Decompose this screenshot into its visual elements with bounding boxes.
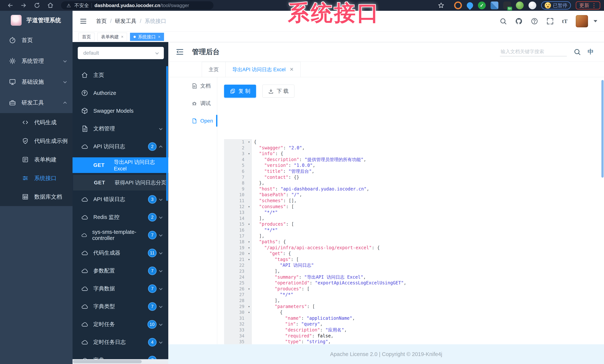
language-switch-icon[interactable]: 中 — [588, 48, 594, 56]
line-number: 25 — [224, 280, 252, 286]
swagger-nav-item-2[interactable]: Swagger Models — [73, 102, 168, 120]
extension-icon-3[interactable]: ✓ — [478, 1, 486, 9]
count-badge: 7 — [148, 266, 157, 275]
sidebar-subitem-4[interactable]: 数据库文档 — [0, 188, 73, 206]
browser-back-icon[interactable] — [7, 2, 13, 9]
swagger-group-2[interactable]: sys-sms-template-controller7 — [73, 226, 168, 244]
browser-menu-dots-icon[interactable]: ⋮ — [591, 2, 597, 9]
swagger-nav-item-3[interactable]: 文档管理 — [73, 120, 168, 138]
browser-reload-icon[interactable] — [34, 2, 40, 9]
swagger-group-4[interactable]: 参数配置7 — [73, 262, 168, 280]
swagger-group-3[interactable]: 代码生成器11 — [73, 244, 168, 262]
extension-icon-2[interactable] — [466, 1, 474, 10]
extension-icon-4[interactable] — [491, 1, 498, 9]
line-number: 7 — [224, 175, 252, 180]
browser-forward-icon[interactable] — [20, 2, 27, 9]
breadcrumb-item[interactable]: 首页 — [96, 17, 107, 25]
font-size-icon[interactable]: tT — [562, 18, 567, 24]
swagger-group-1[interactable]: Redis 监控2 — [73, 208, 168, 226]
fold-toggle-icon[interactable]: ▾ — [248, 310, 250, 315]
browser-address-bar[interactable]: ⚠ 不安全 dashboard.yudao.iocoder.cn/tool/sw… — [61, 1, 214, 10]
sidebar-subitem-2[interactable]: 表单构建 — [0, 150, 73, 169]
paused-extension-pill[interactable]: 已暂停 — [541, 1, 571, 10]
browser-update-button[interactable]: 更新 ⋮ — [576, 1, 600, 10]
extension-icon-7[interactable] — [528, 1, 536, 9]
header-search-icon[interactable] — [500, 17, 507, 25]
close-icon[interactable]: ✕ — [290, 67, 294, 72]
doc-tab-1[interactable]: 导出API 访问日志 Excel✕ — [226, 62, 301, 77]
swagger-group-5[interactable]: 字典数据7 — [73, 280, 168, 298]
extension-icon-6[interactable] — [516, 1, 524, 9]
side-tab-调试[interactable]: 调试 — [168, 95, 217, 112]
fold-toggle-icon[interactable]: ▾ — [248, 221, 250, 227]
sidebar-item-3[interactable]: 研发工具 — [0, 92, 73, 113]
fold-toggle-icon[interactable]: ▾ — [248, 245, 250, 251]
sidebar-item-1[interactable]: 系统管理 — [0, 50, 73, 71]
avatar-caret-down-icon[interactable] — [594, 20, 597, 22]
sidebar-item-2[interactable]: 基础设施 — [0, 71, 73, 92]
json-editor[interactable]: 1▾{2"swagger": "2.0",3▾"info": {4"descri… — [224, 139, 540, 364]
sidebar-toggle-icon[interactable] — [80, 17, 87, 25]
code-line: 15▾"produces": [ — [224, 221, 540, 227]
breadcrumb-item[interactable]: 系统接口 — [145, 17, 166, 25]
help-icon[interactable] — [531, 17, 538, 25]
side-tab-Open[interactable]: Open — [168, 112, 217, 130]
tag-表单构建[interactable]: 表单构建× — [98, 33, 127, 41]
swagger-group-7[interactable]: 定时任务10 — [73, 315, 168, 333]
api-operation-0[interactable]: GET导出API 访问日志 Excel — [73, 157, 168, 173]
sidebar-hscrollbar[interactable] — [73, 359, 168, 364]
tag-系统接口[interactable]: 系统接口× — [130, 33, 164, 41]
breadcrumb-item[interactable]: 研发工具 — [115, 17, 137, 25]
sidebar-subitem-3[interactable]: 系统接口 — [0, 169, 73, 188]
fold-toggle-icon[interactable]: ▾ — [248, 251, 250, 257]
swagger-group-8[interactable]: 定时任务日志4 — [73, 333, 168, 351]
collapse-sidebar-icon[interactable] — [176, 48, 184, 56]
user-avatar[interactable] — [576, 15, 588, 27]
close-icon[interactable]: × — [121, 34, 124, 39]
line-number: 24 — [224, 274, 252, 280]
sidebar-subitem-1[interactable]: 代码生成示例 — [0, 132, 73, 150]
sidebar-scrollbar-thumb[interactable] — [166, 66, 168, 201]
chevron-down-icon — [155, 51, 159, 54]
app-logo-row[interactable]: 芋道管理系统 — [0, 11, 73, 30]
fold-toggle-icon[interactable]: ▾ — [248, 286, 250, 292]
bookmark-star-icon[interactable] — [438, 2, 444, 9]
side-tab-文档[interactable]: 文档 — [168, 77, 217, 95]
sidebar-item-0[interactable]: 首页 — [0, 30, 73, 50]
fold-toggle-icon[interactable]: ▾ — [248, 304, 250, 310]
doc-search-icon[interactable] — [574, 48, 581, 56]
copy-button[interactable]: 复 制 — [224, 85, 256, 98]
tag-首页[interactable]: 首页 — [78, 33, 94, 41]
code-line: 10"basePath": "/", — [224, 192, 540, 198]
count-badge: 11 — [148, 249, 157, 257]
swagger-nav-item-4[interactable]: API 访问日志2 — [73, 138, 168, 155]
swagger-nav-item-1[interactable]: Authorize — [73, 84, 168, 102]
sidebar-hscrollbar-thumb[interactable] — [73, 360, 142, 363]
sidebar-subitem-0[interactable]: 代码生成 — [0, 113, 73, 132]
swagger-nav-item-0[interactable]: 主页 — [73, 66, 168, 84]
browser-home-icon[interactable] — [47, 2, 53, 9]
extension-icon-5[interactable]: 6n — [503, 1, 511, 9]
shield-icon — [22, 138, 29, 144]
doc-search-input[interactable] — [500, 47, 567, 56]
line-number: 1▾ — [224, 139, 252, 145]
fold-toggle-icon[interactable]: ▾ — [248, 239, 250, 245]
download-button[interactable]: 下 载 — [262, 85, 294, 98]
swagger-group-0[interactable]: API 错误日志3 — [73, 190, 168, 208]
fold-toggle-icon[interactable]: ▾ — [248, 139, 250, 145]
extension-icon-1[interactable] — [454, 1, 462, 9]
github-icon[interactable] — [515, 17, 523, 25]
close-icon[interactable]: × — [158, 34, 161, 39]
paused-label: 已暂停 — [553, 2, 567, 9]
doc-tab-0[interactable]: 主页 — [202, 62, 226, 77]
api-operation-1[interactable]: GET获得API 访问日志分页 — [73, 175, 168, 190]
sidebar-subitem-label: 代码生成示例 — [34, 137, 68, 145]
fold-toggle-icon[interactable]: ▾ — [248, 151, 250, 157]
fold-toggle-icon[interactable]: ▾ — [248, 204, 250, 210]
api-group-select[interactable]: default — [78, 47, 164, 59]
app-sidebar: 芋道管理系统 首页系统管理基础设施研发工具 代码生成代码生成示例表单构建系统接口… — [0, 11, 73, 364]
page-scrollbar-thumb[interactable] — [601, 80, 604, 178]
swagger-group-6[interactable]: 字典类型7 — [73, 298, 168, 315]
fold-toggle-icon[interactable]: ▾ — [248, 257, 250, 263]
fullscreen-icon[interactable] — [546, 17, 554, 25]
